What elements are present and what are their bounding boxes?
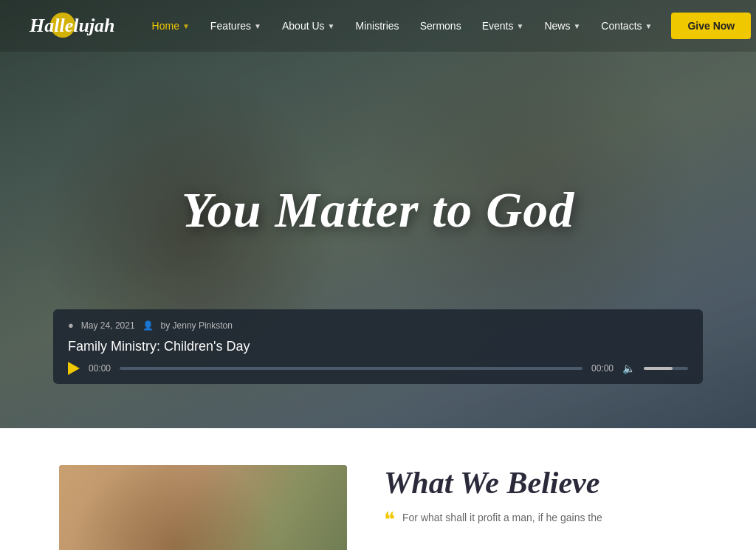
sermon-author: by Jenny Pinkston [161,320,233,331]
progress-bar[interactable] [120,367,583,370]
chevron-down-icon: ▼ [254,22,261,30]
believe-photo [59,465,347,550]
chevron-down-icon: ▼ [182,22,190,30]
time-current: 00:00 [89,363,111,374]
clock-icon: ● [68,320,74,331]
give-now-button[interactable]: Give Now [671,13,751,39]
nav-item-give[interactable]: Give Now [671,13,751,39]
hero-heading: You Matter to God [38,182,718,238]
nav-item-events[interactable]: Events ▼ [472,14,535,38]
volume-slider[interactable] [644,367,688,370]
below-fold-section: What We Believe ❝ For what shall it prof… [0,428,756,550]
nav-item-home[interactable]: Home ▼ [142,14,200,38]
nav-link-news[interactable]: News ▼ [534,14,591,38]
nav-link-sermons[interactable]: Sermons [410,14,472,38]
believe-text: What We Believe ❝ For what shall it prof… [384,465,697,530]
site-logo[interactable]: Hallelujah [30,15,115,37]
audio-meta: ● May 24, 2021 👤 by Jenny Pinkston [68,320,688,331]
navbar: Hallelujah Home ▼ Features ▼ About Us ▼ [0,0,756,52]
chevron-down-icon: ▼ [328,22,335,30]
play-button[interactable] [68,362,80,375]
nav-link-ministries[interactable]: Ministries [346,14,410,38]
chevron-down-icon: ▼ [645,22,653,30]
nav-links: Home ▼ Features ▼ About Us ▼ Ministries [142,13,752,39]
nav-link-contacts[interactable]: Contacts ▼ [591,14,662,38]
chevron-down-icon: ▼ [573,22,580,30]
hero-title-container: You Matter to God [38,182,718,238]
volume-fill [644,367,673,370]
separator: 👤 [142,320,154,331]
believe-photo-bg [59,465,347,550]
audio-controls[interactable]: 00:00 00:00 🔈 [68,362,688,375]
volume-icon[interactable]: 🔈 [622,362,635,375]
nav-item-ministries[interactable]: Ministries [346,14,410,38]
time-total: 00:00 [591,363,614,374]
believe-body: ❝ For what shall it profit a man, if he … [384,509,697,530]
nav-link-home[interactable]: Home ▼ [142,14,200,38]
nav-item-news[interactable]: News ▼ [534,14,591,38]
sermon-title: Family Ministry: Children's Day [68,339,688,354]
nav-item-about[interactable]: About Us ▼ [272,14,346,38]
quote-icon: ❝ [384,509,395,530]
believe-title: What We Believe [384,465,697,501]
audio-player[interactable]: ● May 24, 2021 👤 by Jenny Pinkston Famil… [53,309,703,384]
nav-link-about[interactable]: About Us ▼ [272,14,346,38]
chevron-down-icon: ▼ [516,22,523,30]
logo-text: Hallelujah [30,15,115,37]
believe-quote: For what shall it profit a man, if he ga… [402,509,602,526]
hero-section: Hallelujah Home ▼ Features ▼ About Us ▼ [0,0,756,428]
nav-item-contacts[interactable]: Contacts ▼ [591,14,662,38]
nav-link-features[interactable]: Features ▼ [200,14,272,38]
sermon-date: May 24, 2021 [81,320,135,331]
nav-link-events[interactable]: Events ▼ [472,14,535,38]
nav-item-sermons[interactable]: Sermons [410,14,472,38]
nav-item-features[interactable]: Features ▼ [200,14,272,38]
